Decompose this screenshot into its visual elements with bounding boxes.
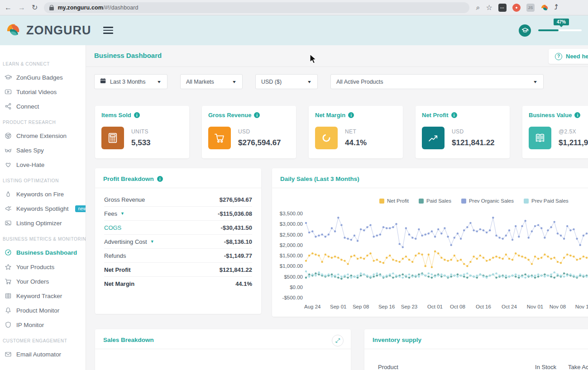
zoom-icon[interactable]: ⌕ [476, 4, 480, 11]
profit-row-fees[interactable]: Fees▼-$115,036.08 [104, 207, 252, 221]
sidebar-item-label: Listing Optimizer [16, 220, 62, 227]
profit-row-value: -$115,036.08 [218, 210, 252, 217]
chevron-down-icon[interactable]: ▼ [120, 211, 124, 216]
info-icon[interactable]: i [348, 112, 354, 118]
kpi-title: Items Sold [101, 112, 131, 119]
sidebar-item-business-dashboard[interactable]: Business Dashboard [0, 245, 86, 260]
sidebar-item-label: Your Orders [16, 278, 49, 285]
sidebar-item-zonguru-badges[interactable]: ZonGuru Badges [0, 70, 86, 85]
logo-text: ZONGURU [26, 24, 91, 38]
sidebar-item-keywords-on-fire[interactable]: Keywords on Fire [0, 187, 86, 201]
onboarding-progress-bar[interactable]: 47% [538, 29, 582, 31]
sidebar-section-label: LISTING OPTIMIZATION [0, 178, 86, 183]
svg-text:$1,500.00: $1,500.00 [280, 253, 303, 258]
filter-dropdown-usd-[interactable]: USD ($)▼ [255, 74, 318, 89]
need-help-button[interactable]: ? Need help [549, 49, 588, 64]
kpi-icon-tile [101, 127, 124, 149]
browser-toolbar: ← → ↻ my.zonguru.com/#!/dashboard ⌕ ☆ ⋯ … [0, 0, 588, 15]
legend-item-paid-sales[interactable]: Paid Sales [419, 198, 451, 204]
sidebar-item-keywords-spotlight[interactable]: Keywords Spotlightnew [0, 201, 86, 216]
extension-red-icon[interactable] [512, 4, 521, 12]
back-icon[interactable]: ← [5, 4, 12, 11]
chevron-down-icon: ▼ [307, 80, 312, 84]
profit-row-value: -$1,149.77 [224, 252, 252, 259]
extension-dots-icon[interactable]: ⋯ [498, 4, 507, 12]
sidebar-item-label: Keywords Spotlight [16, 205, 69, 212]
info-icon[interactable]: i [134, 112, 140, 118]
legend-label: Prev Paid Sales [531, 198, 569, 204]
legend-swatch [461, 199, 466, 204]
info-icon[interactable]: i [157, 176, 163, 182]
extension-gray-icon[interactable]: JS [526, 4, 535, 12]
profit-row-advertising-cost[interactable]: Advertising Cost▼-$8,136.10 [104, 235, 252, 249]
kpi-value: $121,841.22 [452, 138, 495, 147]
kpi-value: 5,533 [131, 138, 151, 147]
address-bar[interactable]: my.zonguru.com/#!/dashboard [44, 2, 469, 13]
sidebar-item-your-products[interactable]: Your Products [0, 260, 86, 274]
legend-item-prev-paid-sales[interactable]: Prev Paid Sales [524, 198, 569, 204]
sidebar-item-product-monitor[interactable]: Product Monitor [0, 303, 86, 318]
sidebar-item-email-automator[interactable]: Email Automator [0, 347, 86, 361]
training-progress-icon[interactable] [519, 24, 531, 37]
info-icon[interactable]: i [254, 112, 260, 118]
gauge-icon [5, 249, 12, 256]
svg-text:Oct 08: Oct 08 [450, 304, 465, 309]
daily-sales-panel: Daily Sales (Last 3 Months) Net ProfitPa… [272, 168, 588, 317]
profit-row-label[interactable]: COGS [104, 224, 121, 231]
svg-text:$2,500.00: $2,500.00 [280, 232, 303, 237]
kpi-card-net-margin: Net MarginiNET44.1% [309, 106, 403, 158]
profit-row-label: Fees [104, 210, 117, 217]
sidebar-item-label: Sales Spy [16, 147, 44, 154]
col-take-action: Take Action [568, 364, 588, 370]
sidebar-item-label: Your Products [16, 264, 54, 270]
profit-row-value: 44.1% [235, 280, 252, 287]
legend-item-net-profit[interactable]: Net Profit [379, 198, 409, 204]
kpi-title: Net Profit [422, 112, 449, 119]
info-icon[interactable]: i [574, 112, 580, 118]
profit-row-label: Advertising Cost [104, 238, 147, 245]
expand-icon[interactable]: ⤢ [332, 335, 344, 346]
sidebar-item-tutorial-videos[interactable]: Tutorial Videos [0, 85, 86, 99]
daily-sales-chart[interactable]: $3,500.00$3,000.00$2,500.00$2,000.00$1,5… [272, 208, 588, 317]
svg-text:Nov 01: Nov 01 [527, 304, 543, 309]
zonguru-extension-icon[interactable] [540, 4, 549, 12]
forward-icon[interactable]: → [18, 4, 25, 11]
sidebar-item-ip-monitor[interactable]: IP Monitor [0, 318, 86, 332]
profit-row-cogs[interactable]: COGS-$30,431.50 [104, 221, 252, 235]
sidebar-section-label: BUSINESS METRICS & MONITORING [0, 237, 86, 242]
sidebar-item-label: Product Monitor [16, 307, 59, 314]
filter-dropdown-all-markets[interactable]: All Markets▼ [180, 74, 243, 89]
filter-dropdown-last-3-months[interactable]: Last 3 Months▼ [94, 74, 167, 89]
sidebar-item-label: ZonGuru Badges [16, 74, 63, 81]
lock-icon [49, 5, 54, 10]
progress-fill [538, 29, 559, 31]
svg-text:-$500.00: -$500.00 [282, 295, 303, 300]
sidebar-item-listing-optimizer[interactable]: Listing Optimizer [0, 216, 86, 230]
sidebar-item-keyword-tracker[interactable]: Keyword Tracker [0, 289, 86, 303]
zonguru-logo[interactable]: ZONGURU [0, 22, 91, 38]
chevron-down-icon[interactable]: ▼ [150, 239, 154, 244]
sidebar-section-label: CUSTOMER ENGAGEMENT [0, 338, 86, 343]
video-icon [5, 88, 12, 95]
sidebar-item-connect[interactable]: Connect [0, 99, 86, 114]
chart-legend: Net ProfitPaid SalesPrev Organic SalesPr… [379, 198, 569, 204]
sidebar-item-sales-spy[interactable]: Sales Spy [0, 143, 86, 157]
sidebar-item-love-hate[interactable]: Love-Hate [0, 157, 86, 172]
sidebar-item-label: Keywords on Fire [16, 191, 64, 198]
filter-dropdown-all-active-products[interactable]: All Active Products▼ [330, 74, 544, 89]
sidebar-item-your-orders[interactable]: Your Orders [0, 274, 86, 289]
sales-breakdown-panel: Sales Breakdown ⤢ PaidOrganic ACoSi [95, 329, 351, 370]
info-icon[interactable]: i [451, 112, 457, 118]
bookopen-icon [534, 132, 546, 144]
bookmark-star-icon[interactable]: ☆ [486, 4, 492, 11]
kpi-unit-label: NET [345, 128, 356, 135]
share-corner-icon[interactable]: ⤴ [555, 3, 558, 11]
envelope-icon [5, 351, 12, 358]
menu-hamburger-icon[interactable] [103, 25, 113, 36]
col-in-stock: In Stock [525, 364, 556, 370]
legend-item-prev-organic-sales[interactable]: Prev Organic Sales [461, 198, 514, 204]
sidebar-item-chrome-extension[interactable]: Chrome Extension [0, 128, 86, 143]
profit-row-net-profit: Net Profit$121,841.22 [104, 263, 252, 277]
reload-icon[interactable]: ↻ [32, 4, 38, 11]
arc-icon [320, 132, 332, 144]
